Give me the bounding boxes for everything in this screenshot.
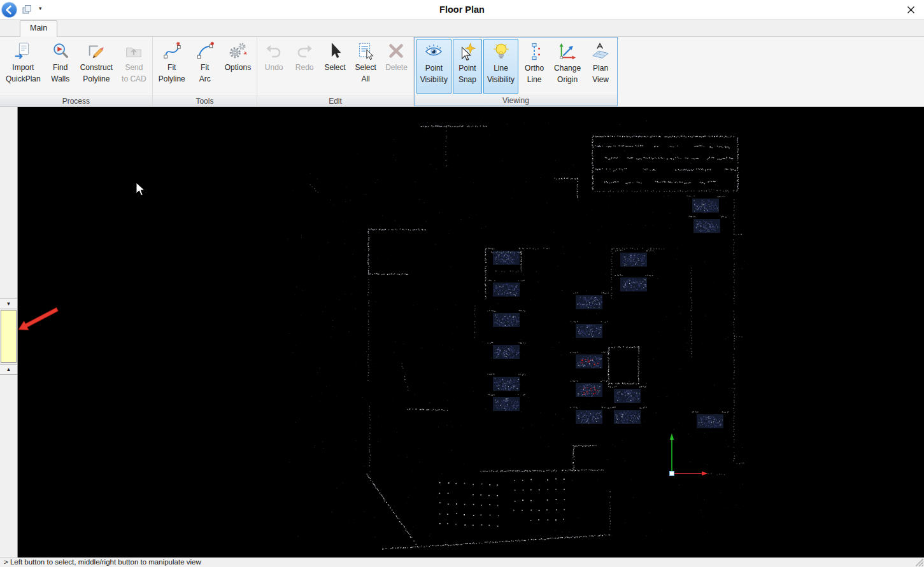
ribbon-button-label: FindWalls [51, 62, 69, 86]
plan-view-icon [591, 42, 610, 61]
options-gears-icon [228, 41, 247, 60]
select-cursor-icon [325, 41, 345, 60]
ribbon-group-edit: Undo Redo Select SelectAll [257, 37, 414, 106]
label-line: Change [554, 62, 581, 74]
label-line: Plan [592, 62, 609, 74]
label-line: View [592, 74, 609, 85]
ribbon-button-label: FitArc [199, 62, 211, 86]
label-line: Construct [80, 62, 113, 73]
label-line: Point [420, 62, 448, 74]
point-visibility-toggle[interactable]: PointVisibility [416, 39, 451, 94]
label-line: Import [6, 62, 41, 73]
options-button[interactable]: Options [221, 38, 255, 95]
ribbon-button-label: OrthoLine [525, 62, 544, 87]
label-line: Select [355, 62, 376, 73]
ribbon-group-tools: FitPolyline FitArc Options Tools [153, 37, 257, 106]
find-walls-icon [51, 41, 70, 60]
label-line: Walls [51, 73, 69, 85]
label-line: Undo [265, 62, 283, 73]
viewport-canvas[interactable] [18, 107, 924, 557]
ribbon-group-process: ImportQuickPlan FindWalls ConstructPolyl… [0, 37, 153, 106]
import-quickplan-button[interactable]: ImportQuickPlan [2, 38, 45, 95]
ribbon-button-label: PointSnap [458, 62, 476, 87]
label-line: Snap [458, 74, 476, 85]
label-line: Polyline [80, 73, 113, 85]
ortho-line-icon [525, 42, 544, 61]
sidebar-scroll-up-button[interactable]: ▲ [0, 364, 17, 375]
label-line: to CAD [122, 73, 146, 85]
fit-arc-button[interactable]: FitArc [190, 38, 220, 95]
change-origin-axes-icon [558, 42, 577, 61]
ribbon-button-label: ImportQuickPlan [6, 62, 41, 86]
label-line: Line [525, 74, 544, 85]
label-line: Visibility [487, 74, 515, 85]
tab-strip: Main [0, 20, 924, 37]
fit-polyline-icon [162, 41, 181, 60]
left-sidebar: ▼ ▲ [0, 107, 18, 557]
window-title: Floor Plan [0, 4, 924, 15]
ribbon-button-label: Sendto CAD [122, 62, 146, 86]
sidebar-scroll-down-button[interactable]: ▼ [0, 298, 17, 309]
label-line: Redo [295, 62, 314, 73]
construct-polyline-icon [87, 41, 106, 60]
ribbon-button-label: ChangeOrigin [554, 62, 581, 87]
close-icon [907, 6, 915, 14]
status-text: > Left button to select, middle/right bu… [4, 558, 201, 566]
label-line: Delete [385, 62, 408, 73]
ortho-line-button[interactable]: OrthoLine [520, 39, 549, 94]
viewport [18, 107, 924, 557]
label-line: Ortho [525, 62, 544, 74]
construct-polyline-button[interactable]: ConstructPolyline [76, 38, 117, 95]
title-bar: ▾ Floor Plan [0, 0, 924, 20]
ribbon-button-label: Select [324, 62, 345, 86]
group-label-tools: Tools [153, 95, 257, 106]
label-line: Arc [199, 73, 211, 85]
close-button[interactable] [902, 2, 919, 18]
label-line: Point [458, 62, 476, 74]
select-all-button[interactable]: SelectAll [351, 38, 380, 95]
ribbon-button-label: SelectAll [355, 62, 376, 86]
label-line: Send [122, 62, 146, 73]
send-to-cad-button[interactable]: Sendto CAD [118, 38, 150, 95]
snap-cursor-star-icon [458, 42, 477, 61]
redo-button[interactable]: Redo [290, 38, 319, 95]
group-label-process: Process [0, 95, 152, 106]
ribbon-button-label: FitPolyline [159, 62, 185, 86]
label-line: All [355, 73, 376, 85]
resize-grip[interactable] [916, 559, 923, 566]
label-line: Origin [554, 74, 581, 85]
ribbon-button-label: PointVisibility [420, 62, 448, 87]
delete-button[interactable]: Delete [381, 38, 411, 95]
plan-view-button[interactable]: PlanView [586, 39, 615, 94]
select-all-icon [356, 41, 375, 60]
label-line: Find [51, 62, 69, 73]
label-line: QuickPlan [6, 73, 41, 85]
ribbon-button-label: Undo [265, 62, 283, 86]
change-origin-button[interactable]: ChangeOrigin [550, 39, 585, 94]
ribbon-button-label: Redo [295, 62, 314, 86]
ribbon-button-label: LineVisibility [487, 62, 515, 87]
select-button[interactable]: Select [320, 38, 350, 95]
collapsed-panel-tab[interactable] [1, 310, 17, 363]
undo-icon [264, 41, 283, 60]
undo-button[interactable]: Undo [259, 38, 288, 95]
ribbon-button-label: ConstructPolyline [80, 62, 113, 86]
delete-x-icon [387, 41, 406, 60]
line-visibility-toggle[interactable]: LineVisibility [483, 39, 518, 94]
point-snap-toggle[interactable]: PointSnap [453, 39, 482, 94]
label-line: Polyline [159, 73, 185, 85]
group-label-edit: Edit [257, 95, 413, 106]
label-line: Fit [199, 62, 211, 73]
tab-main[interactable]: Main [20, 20, 57, 37]
eye-icon [424, 42, 443, 61]
fit-arc-icon [195, 41, 215, 60]
redo-icon [295, 41, 314, 60]
send-to-cad-icon [124, 41, 143, 60]
ribbon-button-label: Options [225, 62, 251, 86]
group-label-viewing: Viewing [415, 95, 617, 106]
lightbulb-icon [492, 42, 511, 61]
ribbon: ImportQuickPlan FindWalls ConstructPolyl… [0, 37, 924, 107]
find-walls-button[interactable]: FindWalls [46, 38, 75, 95]
status-bar: > Left button to select, middle/right bu… [0, 557, 924, 567]
fit-polyline-button[interactable]: FitPolyline [155, 38, 189, 95]
